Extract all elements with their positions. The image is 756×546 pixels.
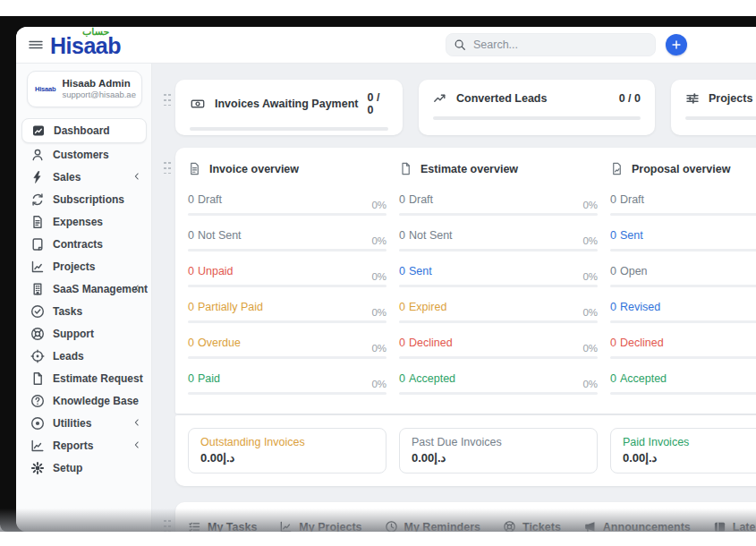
dashboard-icon bbox=[31, 124, 46, 138]
stat-card-projects-in-progress[interactable]: Projects In Progress bbox=[671, 80, 756, 135]
sidebar-item-leads[interactable]: Leads bbox=[16, 345, 151, 367]
progress-bar bbox=[610, 249, 756, 252]
plus-icon bbox=[670, 38, 683, 51]
overview-row-draft: 0Draft0% bbox=[399, 193, 598, 216]
chart-icon bbox=[279, 520, 293, 532]
tasks-widget: My Tasks My Projects My Re bbox=[175, 502, 756, 532]
summary-title: Past Due Invoices bbox=[412, 436, 585, 448]
stat-card-converted-leads[interactable]: Converted Leads 0 / 0 bbox=[419, 80, 655, 135]
sidebar-item-sales[interactable]: Sales bbox=[16, 166, 151, 188]
sidebar-item-knowledge-base[interactable]: Knowledge Base bbox=[16, 389, 151, 412]
proposal-file-icon bbox=[610, 162, 624, 175]
sidebar: Hisaab Hisaab Admin support@hisaab.ae Da… bbox=[16, 64, 152, 532]
sidebar-item-contracts[interactable]: Contracts bbox=[16, 233, 151, 255]
sidebar-item-support[interactable]: Support bbox=[16, 322, 151, 345]
progress-bar bbox=[399, 356, 598, 359]
tab-label: Announcements bbox=[603, 521, 691, 533]
stat-title: Invoices Awaiting Payment bbox=[215, 98, 358, 110]
sidebar-item-utilities[interactable]: Utilities bbox=[16, 412, 151, 434]
overview-row-declined: 0Declined0% bbox=[399, 337, 598, 359]
sliders-icon bbox=[685, 91, 700, 106]
search-icon bbox=[454, 38, 466, 51]
summary-value: 0.00د.إ bbox=[200, 451, 374, 465]
sidebar-item-projects[interactable]: Projects bbox=[16, 255, 151, 277]
progress-bar bbox=[610, 392, 756, 395]
trend-up-icon bbox=[433, 91, 447, 106]
overview-row-partially-paid: 0Partially Paid0% bbox=[188, 301, 386, 323]
sidebar-item-label: Contracts bbox=[53, 238, 103, 251]
invoice-summary-widget: Outstanding Invoices 0.00د.إ Past Due In… bbox=[175, 415, 756, 486]
sidebar-item-saas-management[interactable]: SaaS Management bbox=[16, 277, 151, 300]
summary-title: Outstanding Invoices bbox=[200, 436, 374, 448]
sidebar-item-label: Utilities bbox=[53, 417, 91, 430]
sidebar-item-subscriptions[interactable]: Subscriptions bbox=[16, 188, 151, 210]
summary-card-paid-invoices[interactable]: Paid Invoices 0.00د.إ bbox=[610, 428, 756, 473]
drag-handle[interactable] bbox=[163, 160, 171, 174]
tab-latest-activity[interactable]: Latest Activity bbox=[711, 515, 756, 532]
profile-card[interactable]: Hisaab Hisaab Admin support@hisaab.ae bbox=[27, 71, 142, 107]
sidebar-item-label: Projects bbox=[53, 260, 95, 273]
progress-bar bbox=[610, 213, 756, 216]
sidebar-item-label: Sales bbox=[53, 171, 81, 183]
overview-row-paid: 0Paid0% bbox=[188, 372, 386, 395]
check-circle-icon bbox=[30, 304, 45, 319]
estimate-overview-column: Estimate overview 0Draft0% 0Not Sent0% bbox=[399, 162, 598, 408]
tab-my-projects[interactable]: My Projects bbox=[277, 515, 363, 532]
stat-card-invoices-awaiting[interactable]: Invoices Awaiting Payment 0 / 0 bbox=[175, 80, 403, 135]
overview-row-accepted: 0Accepted0% bbox=[610, 372, 756, 395]
sidebar-item-customers[interactable]: Customers bbox=[16, 143, 151, 166]
summary-value: 0.00د.إ bbox=[412, 451, 585, 465]
sidebar-item-label: Expenses bbox=[53, 216, 103, 228]
sidebar-item-estimate-request[interactable]: Estimate Request bbox=[16, 367, 151, 389]
tab-tickets[interactable]: Tickets bbox=[501, 515, 563, 532]
disc-icon bbox=[30, 416, 45, 431]
tab-announcements[interactable]: Announcements bbox=[582, 515, 692, 532]
progress-bar bbox=[190, 127, 388, 131]
progress-bar bbox=[188, 320, 386, 323]
summary-card-past-due-invoices[interactable]: Past Due Invoices 0.00د.إ bbox=[399, 428, 598, 473]
sidebar-item-tasks[interactable]: Tasks bbox=[16, 300, 151, 322]
summary-card-outstanding-invoices[interactable]: Outstanding Invoices 0.00د.إ bbox=[188, 428, 386, 473]
brand-name: Hisaab bbox=[50, 33, 121, 58]
tab-my-tasks[interactable]: My Tasks bbox=[186, 515, 259, 532]
tab-label: My Reminders bbox=[404, 521, 480, 533]
sidebar-item-reports[interactable]: Reports bbox=[16, 434, 151, 456]
progress-bar bbox=[610, 285, 756, 287]
sidebar-item-label: Dashboard bbox=[54, 124, 110, 137]
progress-bar bbox=[399, 320, 598, 323]
stat-value: 0 / 0 bbox=[619, 92, 641, 105]
progress-bar bbox=[610, 356, 756, 359]
tab-my-reminders[interactable]: My Reminders bbox=[383, 515, 482, 532]
overview-row-revised: 0Revised0% bbox=[610, 301, 756, 323]
overview-row-overdue: 0Overdue0% bbox=[188, 337, 386, 359]
sidebar-item-label: Leads bbox=[53, 350, 84, 363]
quick-add-button[interactable] bbox=[666, 34, 687, 55]
sidebar-item-setup[interactable]: Setup bbox=[16, 456, 151, 479]
megaphone-icon bbox=[583, 520, 597, 532]
tab-label: My Projects bbox=[299, 521, 361, 533]
hamburger-menu-icon[interactable] bbox=[28, 38, 44, 52]
overview-row-expired: 0Expired0% bbox=[399, 301, 598, 323]
sidebar-item-dashboard[interactable]: Dashboard bbox=[21, 118, 147, 143]
building-icon bbox=[30, 282, 45, 296]
lifebuoy-icon bbox=[503, 520, 516, 532]
brand-logo[interactable]: Hisaab حساب bbox=[50, 30, 149, 62]
tab-label: My Tasks bbox=[208, 521, 257, 533]
brand-arabic-name: حساب bbox=[82, 27, 109, 36]
contracts-icon bbox=[30, 237, 45, 252]
layout-icon bbox=[713, 520, 726, 532]
overview-title: Estimate overview bbox=[420, 163, 518, 175]
sidebar-item-expenses[interactable]: Expenses bbox=[16, 210, 151, 233]
proposal-overview-column: Proposal overview 0Draft0% 0Sent0% bbox=[610, 162, 756, 408]
stat-title: Projects In Progress bbox=[709, 92, 756, 105]
search-bar[interactable] bbox=[446, 33, 656, 56]
app-window: Hisaab حساب Hisaab Hisa bbox=[16, 27, 756, 532]
drag-handle[interactable] bbox=[163, 92, 171, 106]
search-input[interactable] bbox=[471, 38, 636, 52]
kpi-widget-row: Invoices Awaiting Payment 0 / 0 Converte… bbox=[175, 80, 756, 135]
drag-handle[interactable] bbox=[163, 518, 171, 532]
progress-bar bbox=[433, 116, 641, 120]
progress-bar bbox=[188, 249, 386, 252]
sidebar-item-label: Customers bbox=[53, 149, 109, 161]
summary-title: Paid Invoices bbox=[623, 436, 756, 448]
